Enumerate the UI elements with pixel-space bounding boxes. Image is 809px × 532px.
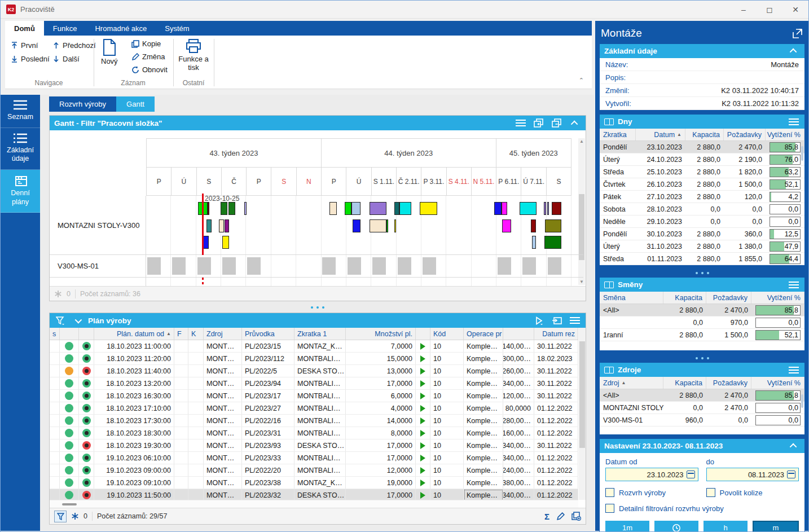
- gantt-capacity-bar[interactable]: [247, 257, 261, 275]
- next-button[interactable]: Další: [50, 54, 82, 64]
- export-window-icon[interactable]: [551, 315, 563, 326]
- section-splitter[interactable]: [599, 354, 805, 362]
- refresh-button[interactable]: Obnovit: [129, 64, 170, 75]
- gantt-capacity-bar[interactable]: [348, 257, 361, 275]
- gantt-bar[interactable]: [502, 219, 511, 232]
- previous-button[interactable]: Předchozí: [50, 40, 98, 51]
- gantt-bar[interactable]: [208, 202, 209, 215]
- col-s[interactable]: s: [50, 328, 60, 340]
- sidebar-item-z-kladn-daje[interactable]: Základní údaje: [1, 128, 40, 170]
- zdroje-header[interactable]: Zdroje: [600, 363, 804, 377]
- table-row[interactable]: <All>2 880,02 470,085,8: [600, 304, 804, 316]
- collapse-all-icon[interactable]: [551, 117, 563, 129]
- table-row[interactable]: 18.10.2023 11:20:00MONT…PL/2023/112MONTB…: [50, 353, 578, 365]
- col-zdroj[interactable]: Zdroj: [204, 328, 242, 340]
- dny-header[interactable]: Dny: [600, 115, 804, 129]
- copy-add-icon[interactable]: [571, 512, 581, 521]
- gantt-capacity-bar[interactable]: [172, 257, 186, 275]
- col-pruvodka[interactable]: Průvodka: [242, 328, 294, 340]
- ribbon-tab-funkce[interactable]: Funkce: [44, 21, 86, 36]
- sum-icon[interactable]: Σ: [544, 512, 549, 521]
- gantt-bar[interactable]: [370, 202, 386, 215]
- gantt-menu-icon[interactable]: [515, 117, 527, 129]
- gantt-capacity-bar[interactable]: [197, 257, 211, 275]
- gantt-bar[interactable]: [329, 202, 337, 215]
- gantt-bar[interactable]: [552, 202, 561, 215]
- gantt-bar[interactable]: [547, 202, 549, 215]
- col-2[interactable]: Požadavky: [706, 292, 751, 304]
- gantt-row-label[interactable]: [50, 278, 146, 286]
- ribbon-tab-hromadné-akce[interactable]: Hromadné akce: [86, 21, 156, 36]
- gantt-bar[interactable]: [353, 219, 360, 232]
- section-splitter[interactable]: [599, 269, 805, 277]
- col-3[interactable]: Požadavky: [724, 129, 766, 140]
- gantt-bar[interactable]: [345, 202, 351, 215]
- col-status1[interactable]: [60, 328, 79, 340]
- gantt-bar[interactable]: [228, 202, 235, 215]
- table-row[interactable]: Čtvrtek26.10.20232 880,01 500,052,1: [600, 178, 804, 191]
- col-play[interactable]: [416, 328, 430, 340]
- gantt-capacity-bar[interactable]: [372, 257, 386, 275]
- gantt-capacity-bar[interactable]: [322, 257, 336, 275]
- field-row[interactable]: Změnil:K2 03.11.2022 10:40:17: [600, 84, 804, 97]
- scroll-up-icon[interactable]: ▲: [578, 139, 585, 144]
- col-3[interactable]: Vytížení %: [751, 292, 804, 304]
- ribbon-tab-domů[interactable]: Domů: [5, 21, 44, 36]
- gantt-row-label[interactable]: MONTAZNI STOLY-V300: [50, 196, 146, 254]
- smeny-header[interactable]: Směny: [600, 278, 804, 292]
- gantt-capacity-bar[interactable]: [147, 257, 161, 275]
- table-row[interactable]: Pondělí23.10.20232 880,02 470,085,8: [600, 141, 804, 153]
- smeny-menu-icon[interactable]: [788, 279, 800, 291]
- panel-splitter[interactable]: [49, 305, 586, 310]
- dny-scroll-thumb[interactable]: [801, 146, 803, 161]
- nastaveni-collapse-chevron[interactable]: [788, 441, 800, 452]
- col-1[interactable]: Datum▲: [636, 129, 685, 140]
- gantt-bar[interactable]: [219, 219, 224, 232]
- gantt-capacity-bar[interactable]: [423, 257, 436, 275]
- button-1m[interactable]: 1m: [605, 521, 649, 532]
- table-row[interactable]: <All>2 880,02 470,085,8: [600, 389, 804, 402]
- table-row[interactable]: 19.10.2023 09:10:00MONT…PL/2023/38MONTAZ…: [50, 477, 578, 489]
- table-row[interactable]: MONTAZNI STOLY-V3…0,02 470,00,0: [600, 402, 804, 414]
- gantt-collapse-chevron[interactable]: [569, 117, 581, 129]
- gantt-bar[interactable]: [370, 219, 386, 232]
- filter-icon[interactable]: [54, 315, 67, 326]
- col-2[interactable]: Kapacita: [685, 129, 724, 140]
- ribbon-tab-systém[interactable]: Systém: [156, 21, 198, 36]
- copy-button[interactable]: Kopie: [129, 38, 163, 49]
- col-1[interactable]: Kapacita: [663, 292, 706, 304]
- button-clock[interactable]: [654, 521, 698, 532]
- rozvrh-vyroby-checkbox[interactable]: [605, 488, 614, 497]
- table-row[interactable]: 18.10.2023 11:00:00MONT…PL/2023/15MONTAZ…: [50, 340, 578, 353]
- col-q2[interactable]: [503, 328, 534, 340]
- table-row[interactable]: Úterý31.10.20232 880,01 380,047,9: [600, 240, 804, 253]
- col-k[interactable]: K: [188, 328, 204, 340]
- field-row[interactable]: Název:Montáže: [600, 58, 804, 71]
- snowflake-icon[interactable]: [54, 290, 62, 298]
- filter-active-button[interactable]: [54, 511, 67, 522]
- expand-all-icon[interactable]: [533, 117, 545, 129]
- gantt-bar[interactable]: [206, 219, 212, 232]
- plan-dropdown-chevron[interactable]: [71, 315, 83, 326]
- col-2[interactable]: Požadavky: [706, 377, 751, 389]
- tab-gantt[interactable]: Gantt: [116, 96, 155, 112]
- field-row[interactable]: Popis:: [600, 71, 804, 84]
- gantt-bar[interactable]: [420, 202, 437, 215]
- snowflake-icon[interactable]: [71, 512, 79, 520]
- col-1[interactable]: Kapacita: [663, 377, 706, 389]
- gantt-capacity-bar[interactable]: [548, 257, 561, 275]
- gantt-bar[interactable]: [351, 202, 360, 215]
- gantt-bar[interactable]: [531, 219, 536, 232]
- gantt-bar[interactable]: [502, 202, 507, 215]
- table-row[interactable]: Neděle29.10.20230,00,00,0: [600, 216, 804, 228]
- table-row[interactable]: 19.10.2023 11:50:00MONT…PL/2023/32DESKA …: [50, 489, 578, 500]
- table-row[interactable]: 18.10.2023 17:30:00MONT…PL/2022/16MONTBA…: [50, 415, 578, 427]
- maximize-button[interactable]: ◻: [757, 1, 782, 18]
- close-button[interactable]: ✕: [782, 1, 808, 18]
- field-row[interactable]: Vytvořil:K2 03.11.2022 10:11:32: [600, 97, 804, 110]
- gantt-bar[interactable]: [494, 202, 502, 215]
- gantt-row-label[interactable]: V300-MS-01: [50, 255, 146, 277]
- col-f[interactable]: F: [174, 328, 188, 340]
- first-button[interactable]: První: [8, 40, 40, 51]
- col-operace[interactable]: Operace pr: [464, 328, 503, 340]
